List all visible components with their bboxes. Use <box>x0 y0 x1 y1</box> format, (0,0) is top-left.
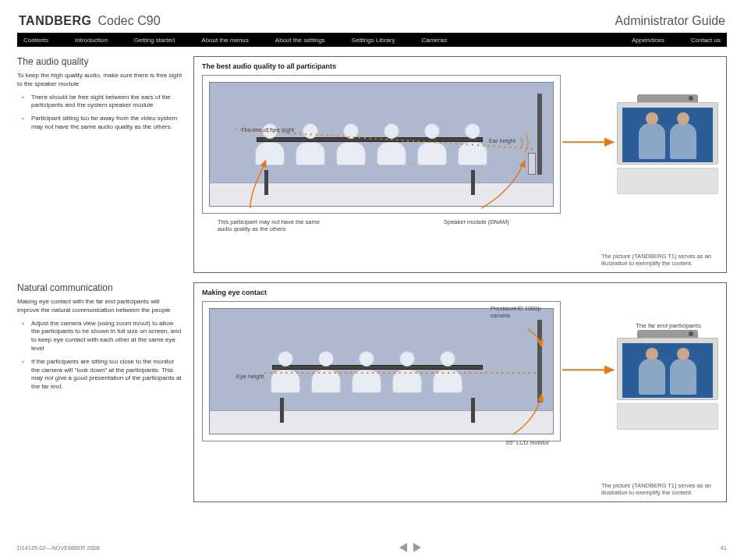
bullet-item: There should be free sight between the e… <box>27 94 182 111</box>
prev-page-icon[interactable] <box>399 543 407 552</box>
camera-bar-icon <box>637 94 698 102</box>
section-intro-natural: Making eye contact with the far end part… <box>17 298 182 315</box>
nav-item-contact-us[interactable]: Contact us <box>691 37 721 44</box>
nav-item-about-menus[interactable]: About the menus <box>201 37 248 44</box>
brand-logo: TANDBERG <box>19 14 91 28</box>
pager <box>399 543 421 552</box>
person-icon <box>391 349 423 393</box>
room-illustration: The line of free sight Ear height <box>209 82 554 207</box>
nav-item-getting-started[interactable]: Getting started <box>134 37 175 44</box>
far-end-person-icon <box>639 359 665 395</box>
brand-block: TANDBERG Codec C90 <box>19 14 161 28</box>
person-icon <box>431 349 464 393</box>
nav-item-settings-library[interactable]: Settings Library <box>352 37 395 44</box>
section-audio-quality: The audio quality To keep the high quali… <box>17 56 727 273</box>
person-icon <box>310 349 342 393</box>
page-number: 41 <box>721 544 727 551</box>
label-line-of-free-sight: The line of free sight <box>241 126 294 133</box>
nav-item-about-settings[interactable]: About the settings <box>275 37 325 44</box>
diagram-annotations: This participant may not have the same a… <box>202 218 718 232</box>
device-stand-icon <box>617 403 718 430</box>
person-icon <box>375 122 408 165</box>
next-page-icon[interactable] <box>413 543 421 552</box>
speaker-module-icon <box>528 153 536 175</box>
tandberg-device-illustration <box>617 338 718 430</box>
room-illustration: Eye height <box>209 308 554 434</box>
nav-item-contents[interactable]: Contents <box>23 37 48 44</box>
tv-panel-icon <box>537 94 542 175</box>
doc-reference: D14129.02—NOVEMBER 2008 <box>17 544 100 551</box>
bullet-item: If the participants are sitting too clos… <box>27 358 182 392</box>
diagram-eye-room: Eye height <box>202 301 561 441</box>
person-icon <box>269 349 302 393</box>
label-ear-height: Ear height <box>489 137 515 144</box>
section-title-audio: The audio quality <box>17 56 182 67</box>
panel-best-audio: The best audio quality to all participan… <box>193 56 727 273</box>
top-nav: Contents Introduction Getting started Ab… <box>17 33 727 47</box>
annotation-speaker-module: Speaker module (DNAM) <box>444 218 509 232</box>
annotation-participant: This participant may not have the same a… <box>218 218 327 232</box>
device-screen-icon <box>622 108 713 162</box>
nav-item-cameras[interactable]: Cameras <box>421 37 446 44</box>
label-far-end-participants: The far end participants <box>636 322 701 330</box>
page: TANDBERG Codec C90 Administrator Guide C… <box>0 0 744 560</box>
panel-eye-contact: Making eye contact Eye height <box>193 282 727 502</box>
device-caption: The picture (TANDBERG T1) serves as an i… <box>601 482 718 498</box>
bullet-item: Adjust the camera view (using zoom in/ou… <box>27 320 182 353</box>
device-caption: The picture (TANDBERG T1) serves as an i… <box>601 253 718 268</box>
footer: D14129.02—NOVEMBER 2008 41 <box>17 543 727 552</box>
far-end-person-icon <box>670 359 696 395</box>
left-column-audio: The audio quality To keep the high quali… <box>17 56 182 273</box>
section-title-natural: Natural communication <box>17 282 182 293</box>
person-icon <box>294 122 327 165</box>
panel-title: Making eye contact <box>202 289 718 296</box>
floor-illustration <box>210 183 553 206</box>
device-stand-icon <box>617 168 718 194</box>
floor-illustration <box>210 410 553 434</box>
diagram-audio-room: The line of free sight Ear height <box>202 75 561 214</box>
person-icon <box>416 122 448 165</box>
section-natural-communication: Natural communication Making eye contact… <box>17 282 727 502</box>
nav-item-appendices[interactable]: Appendices <box>632 37 664 44</box>
label-eye-height: Eye height <box>236 373 264 380</box>
person-icon <box>335 122 367 165</box>
left-column-natural: Natural communication Making eye contact… <box>17 282 182 502</box>
product-name: Codec C90 <box>97 14 160 28</box>
tandberg-device-illustration <box>617 102 718 194</box>
label-camera: PrecisionHD 1080p camera <box>491 305 553 319</box>
person-icon <box>456 122 489 165</box>
far-end-person-icon <box>639 123 665 159</box>
doc-title: Administrator Guide <box>615 14 725 28</box>
far-end-person-icon <box>670 123 696 159</box>
bullet-item: Participant sitting too far away from th… <box>27 115 182 132</box>
person-icon <box>350 349 383 393</box>
nav-item-introduction[interactable]: Introduction <box>75 37 108 44</box>
device-screen-icon <box>622 343 713 398</box>
panel-title: The best audio quality to all participan… <box>202 62 718 70</box>
camera-bar-icon <box>637 330 698 338</box>
section-intro-audio: To keep the high quality audio, make sur… <box>17 72 182 89</box>
label-monitor: 65" LCD monitor <box>506 439 561 446</box>
tv-panel-icon <box>537 320 542 402</box>
header: TANDBERG Codec C90 Administrator Guide <box>17 14 727 33</box>
participants-row <box>269 349 464 393</box>
